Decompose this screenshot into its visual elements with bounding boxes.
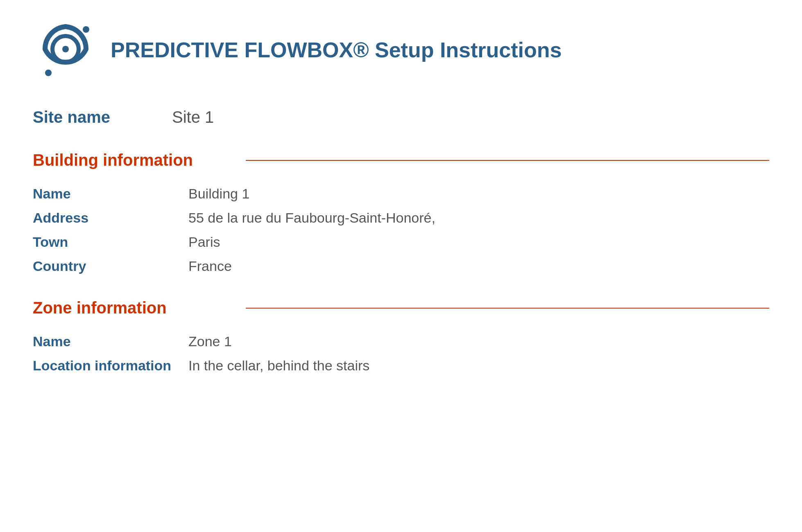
svg-point-2 xyxy=(45,70,52,76)
zone-name-row: Name Zone 1 xyxy=(33,334,769,349)
zone-section: Zone information Name Zone 1 Location in… xyxy=(33,299,769,374)
zone-location-label: Location information xyxy=(33,358,188,374)
site-name-label: Site name xyxy=(33,108,147,126)
zone-section-header: Zone information xyxy=(33,299,769,317)
svg-point-0 xyxy=(62,46,69,52)
building-country-label: Country xyxy=(33,258,188,274)
svg-point-1 xyxy=(83,26,89,33)
building-town-row: Town Paris xyxy=(33,234,769,250)
building-section-title: Building information xyxy=(33,151,238,169)
building-country-value: France xyxy=(188,258,232,274)
zone-name-label: Name xyxy=(33,334,188,349)
site-name-row: Site name Site 1 xyxy=(33,108,769,126)
site-name-value: Site 1 xyxy=(172,108,214,126)
building-section-header: Building information xyxy=(33,151,769,169)
building-country-row: Country France xyxy=(33,258,769,274)
zone-section-divider xyxy=(246,308,769,309)
building-address-value: 55 de la rue du Faubourg-Saint-Honoré, xyxy=(188,210,435,226)
building-name-row: Name Building 1 xyxy=(33,186,769,202)
building-section-divider xyxy=(246,160,769,161)
building-town-value: Paris xyxy=(188,234,220,250)
building-section: Building information Name Building 1 Add… xyxy=(33,151,769,274)
zone-name-value: Zone 1 xyxy=(188,334,232,349)
building-address-row: Address 55 de la rue du Faubourg-Saint-H… xyxy=(33,210,769,226)
building-name-label: Name xyxy=(33,186,188,202)
building-name-value: Building 1 xyxy=(188,186,249,202)
zone-section-title: Zone information xyxy=(33,299,238,317)
building-info-table: Name Building 1 Address 55 de la rue du … xyxy=(33,186,769,274)
zone-info-table: Name Zone 1 Location information In the … xyxy=(33,334,769,374)
building-town-label: Town xyxy=(33,234,188,250)
logo xyxy=(33,16,98,83)
building-address-label: Address xyxy=(33,210,188,226)
page-header: PREDICTIVE FLOWBOX® Setup Instructions xyxy=(33,16,769,83)
page-title: PREDICTIVE FLOWBOX® Setup Instructions xyxy=(111,38,562,62)
zone-location-value: In the cellar, behind the stairs xyxy=(188,358,369,374)
zone-location-row: Location information In the cellar, behi… xyxy=(33,358,769,374)
